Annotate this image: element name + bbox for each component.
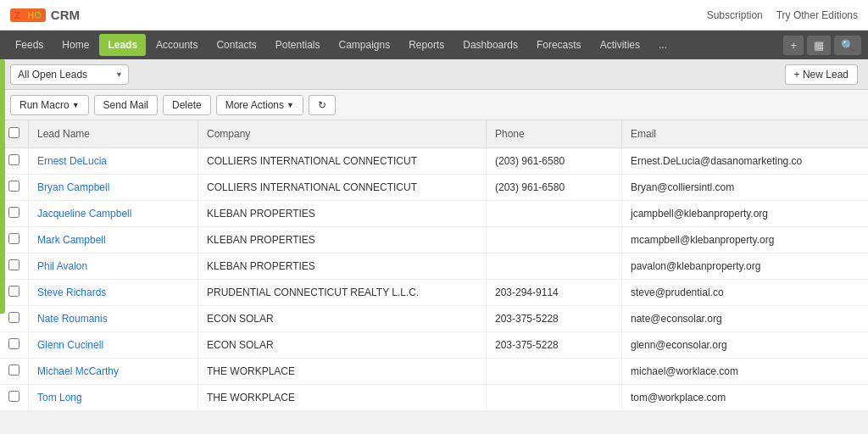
try-other-editions-link[interactable]: Try Other Editions	[776, 9, 858, 21]
row-phone-cell: 203-375-5228	[487, 306, 622, 332]
nav-feeds[interactable]: Feeds	[7, 34, 52, 56]
row-company-cell: THE WORKPLACE	[198, 359, 487, 385]
leads-filter-select[interactable]: All Open Leads My Leads All Leads	[10, 64, 129, 85]
nav-campaigns[interactable]: Campaigns	[330, 34, 398, 56]
row-email-cell: michael@worklace.com	[622, 359, 869, 385]
table-row: Bryan Campbell COLLIERS INTERNATIONAL CO…	[0, 175, 868, 201]
table-row: Steve Richards PRUDENTIAL CONNECTICUT RE…	[0, 280, 868, 306]
row-company-cell: KLEBAN PROPERTIES	[198, 253, 487, 280]
row-email-cell: Bryan@colliersintl.com	[622, 175, 869, 201]
nav-dashboards[interactable]: Dashboards	[454, 34, 526, 56]
row-company-cell: ECON SOLAR	[198, 306, 487, 332]
row-checkbox[interactable]	[8, 391, 19, 402]
refresh-button[interactable]: ↻	[309, 95, 336, 115]
header-lead-name: Lead Name	[29, 120, 198, 148]
table-row: Michael McCarthy THE WORKPLACE michael@w…	[0, 359, 868, 385]
row-checkbox[interactable]	[8, 233, 19, 244]
nav-leads[interactable]: Leads	[99, 34, 146, 56]
nav-contacts[interactable]: Contacts	[208, 34, 264, 56]
add-icon-button[interactable]: +	[783, 36, 804, 55]
row-checkbox[interactable]	[8, 312, 19, 323]
leads-table: Lead Name Company Phone Email Ernest DeL…	[0, 120, 868, 411]
table-row: Nate Roumanis ECON SOLAR 203-375-5228 na…	[0, 306, 868, 332]
app-title: CRM	[51, 8, 80, 22]
nav-right-icons: + ▦ 🔍	[783, 36, 861, 55]
more-actions-label: More Actions	[225, 99, 284, 111]
table-row: Glenn Cucinell ECON SOLAR 203-375-5228 g…	[0, 332, 868, 359]
filter-wrap: All Open Leads My Leads All Leads	[10, 64, 129, 85]
nav-home[interactable]: Home	[53, 34, 97, 56]
calendar-icon-button[interactable]: ▦	[807, 36, 831, 55]
new-lead-button[interactable]: + New Lead	[785, 64, 858, 85]
row-checkbox[interactable]	[8, 286, 19, 297]
row-checkbox[interactable]	[8, 154, 19, 165]
nav-potentials[interactable]: Potentials	[267, 34, 329, 56]
header-phone: Phone	[487, 120, 622, 148]
lead-name-link[interactable]: Tom Long	[37, 392, 82, 403]
row-phone-cell: (203) 961-6580	[487, 148, 622, 175]
nav-forecasts[interactable]: Forecasts	[528, 34, 590, 56]
lead-name-link[interactable]: Michael McCarthy	[37, 365, 119, 377]
row-company-cell: KLEBAN PROPERTIES	[198, 201, 487, 227]
select-all-checkbox[interactable]	[8, 127, 19, 138]
search-icon-button[interactable]: 🔍	[834, 36, 861, 55]
row-company-cell: KLEBAN PROPERTIES	[198, 227, 487, 253]
row-company-cell: COLLIERS INTERNATIONAL CONNECTICUT	[198, 148, 487, 175]
row-email-cell: Ernest.DeLucia@dasanomarketing.co	[622, 148, 869, 175]
table-header-row: Lead Name Company Phone Email	[0, 120, 868, 148]
more-actions-arrow: ▼	[287, 101, 294, 109]
lead-name-link[interactable]: Bryan Campbell	[37, 181, 109, 193]
table-row: Mark Campbell KLEBAN PROPERTIES mcampbel…	[0, 227, 868, 253]
nav-activities[interactable]: Activities	[592, 34, 648, 56]
lead-name-link[interactable]: Mark Campbell	[37, 234, 106, 246]
nav-accounts[interactable]: Accounts	[147, 34, 206, 56]
row-company-cell: COLLIERS INTERNATIONAL CONNECTICUT	[198, 175, 487, 201]
row-lead-name-cell: Jacqueline Campbell	[29, 201, 198, 227]
row-lead-name-cell: Glenn Cucinell	[29, 332, 198, 359]
row-checkbox[interactable]	[8, 259, 19, 270]
nav-more[interactable]: ...	[650, 34, 676, 56]
row-lead-name-cell: Bryan Campbell	[29, 175, 198, 201]
lead-name-link[interactable]: Glenn Cucinell	[37, 339, 103, 351]
row-checkbox-cell	[0, 359, 29, 385]
row-email-cell: steve@prudential.co	[622, 280, 869, 306]
top-links: Subscription Try Other Editions	[707, 9, 858, 21]
row-lead-name-cell: Michael McCarthy	[29, 359, 198, 385]
run-macro-label: Run Macro	[19, 99, 70, 111]
row-email-cell: nate@econsolar.org	[622, 306, 869, 332]
lead-name-link[interactable]: Jacqueline Campbell	[37, 208, 131, 220]
logo-area: ZOHO CRM	[10, 8, 80, 22]
delete-button[interactable]: Delete	[163, 95, 211, 115]
nav-reports[interactable]: Reports	[400, 34, 453, 56]
row-phone-cell	[487, 253, 622, 280]
row-phone-cell: 203-294-9114	[487, 280, 622, 306]
header-email: Email	[622, 120, 869, 148]
nav-bar: Feeds Home Leads Accounts Contacts Poten…	[0, 31, 868, 59]
table-row: Ernest DeLucia COLLIERS INTERNATIONAL CO…	[0, 148, 868, 175]
send-mail-button[interactable]: Send Mail	[94, 95, 158, 115]
row-checkbox-cell	[0, 332, 29, 359]
row-company-cell: ECON SOLAR	[198, 332, 487, 359]
lead-name-link[interactable]: Steve Richards	[37, 287, 106, 298]
row-lead-name-cell: Tom Long	[29, 385, 198, 411]
leads-table-container: Lead Name Company Phone Email Ernest DeL…	[0, 120, 868, 411]
lead-name-link[interactable]: Nate Roumanis	[37, 313, 108, 325]
row-lead-name-cell: Ernest DeLucia	[29, 148, 198, 175]
row-company-cell: PRUDENTIAL CONNECTICUT REALTY L.L.C.	[198, 280, 487, 306]
row-phone-cell	[487, 385, 622, 411]
row-checkbox[interactable]	[8, 364, 19, 376]
run-macro-arrow: ▼	[72, 101, 80, 109]
row-checkbox[interactable]	[8, 207, 19, 218]
row-lead-name-cell: Steve Richards	[29, 280, 198, 306]
row-checkbox[interactable]	[8, 338, 19, 349]
subscription-link[interactable]: Subscription	[707, 9, 763, 21]
more-actions-button[interactable]: More Actions ▼	[216, 95, 303, 115]
run-macro-button[interactable]: Run Macro ▼	[10, 95, 89, 115]
left-accent-bar	[0, 59, 5, 314]
lead-name-link[interactable]: Phil Avalon	[37, 260, 87, 272]
row-checkbox[interactable]	[8, 181, 19, 192]
table-row: Phil Avalon KLEBAN PROPERTIES pavalon@kl…	[0, 253, 868, 280]
row-lead-name-cell: Nate Roumanis	[29, 306, 198, 332]
row-checkbox-cell	[0, 385, 29, 411]
lead-name-link[interactable]: Ernest DeLucia	[37, 155, 107, 167]
